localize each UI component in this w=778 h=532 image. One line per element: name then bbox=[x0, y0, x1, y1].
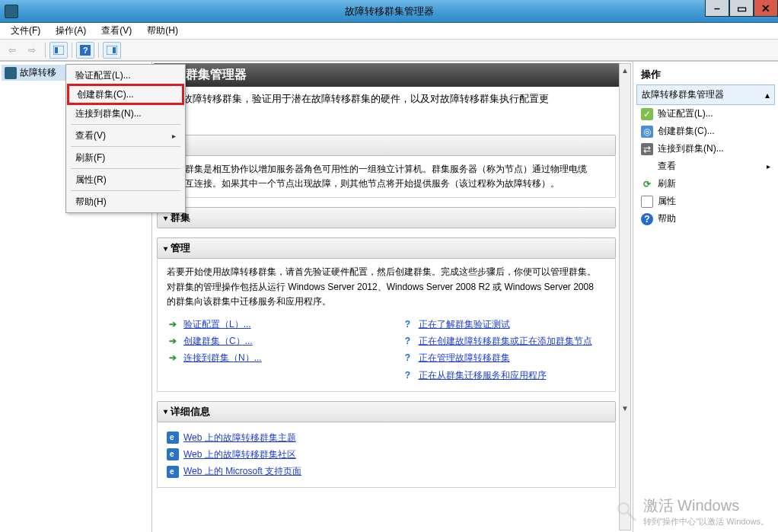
link-create-cluster[interactable]: 创建群集（C）... bbox=[183, 334, 253, 349]
svg-rect-4 bbox=[107, 46, 117, 55]
menu-help[interactable]: 帮助(H) bbox=[139, 23, 186, 39]
svg-rect-1 bbox=[55, 47, 58, 53]
svg-rect-0 bbox=[53, 46, 64, 55]
submenu-arrow-icon: ▸ bbox=[172, 132, 176, 140]
svg-rect-2 bbox=[80, 45, 91, 56]
blank-icon bbox=[641, 161, 653, 173]
details-header[interactable]: ▾ 详细信息 bbox=[157, 401, 616, 422]
ctx-create-cluster[interactable]: 创建群集(C)... bbox=[67, 84, 184, 105]
menu-view[interactable]: 查看(V) bbox=[94, 23, 139, 39]
collapse-arrow-icon: ▴ bbox=[765, 90, 770, 100]
manage-title: 管理 bbox=[171, 241, 190, 255]
cluster-icon: ◎ bbox=[641, 126, 653, 138]
clusters-title: 群集 bbox=[171, 211, 190, 225]
menu-bar: 文件(F) 操作(A) 查看(V) 帮助(H) bbox=[0, 23, 778, 40]
intro-line-1: 创建故障转移群集，验证用于潜在故障转移群集的硬件，以及对故障转移群集执行配置更 bbox=[163, 93, 549, 104]
ctx-validate-config[interactable]: 验证配置(L)... bbox=[68, 66, 183, 84]
cluster-manager-icon bbox=[5, 67, 17, 79]
svg-text:?: ? bbox=[83, 46, 88, 55]
ctx-view[interactable]: 查看(V)▸ bbox=[68, 126, 183, 145]
caret-down-icon: ▾ bbox=[164, 244, 167, 253]
link-learn-validate[interactable]: 正在了解群集验证测试 bbox=[419, 317, 510, 332]
refresh-icon: ⟳ bbox=[641, 178, 653, 190]
link-web-support[interactable]: Web 上的 Microsoft 支持页面 bbox=[183, 464, 301, 479]
link-learn-create[interactable]: 正在创建故障转移群集或正在添加群集节点 bbox=[419, 334, 592, 349]
manage-links-right: ?正在了解群集验证测试 ?正在创建故障转移群集或正在添加群集节点 ?正在管理故障… bbox=[402, 315, 607, 385]
help-icon: ? bbox=[402, 352, 414, 365]
manage-body: 若要开始使用故障转移群集，请首先验证硬件配置，然后创建群集。完成这些步骤后，你便… bbox=[157, 259, 616, 391]
overview-body: 转移群集是相互协作以增加服务器角色可用性的一组独立计算机。群集服务器（称为节点）… bbox=[157, 156, 616, 198]
arrow-right-icon: ➔ bbox=[167, 336, 179, 348]
actions-header: 操作 bbox=[636, 65, 775, 84]
action-create-cluster[interactable]: ◎创建群集(C)... bbox=[636, 123, 775, 140]
ctx-help[interactable]: 帮助(H) bbox=[68, 193, 183, 211]
toolbar-separator bbox=[98, 43, 99, 58]
title-bar: 故障转移群集管理器 – ▭ ✕ bbox=[0, 0, 778, 23]
link-validate-config[interactable]: 验证配置（L）... bbox=[183, 317, 251, 332]
check-icon: ✓ bbox=[641, 108, 653, 120]
action-properties[interactable]: 属性 bbox=[636, 193, 775, 210]
window-buttons: – ▭ ✕ bbox=[705, 0, 778, 17]
ctx-refresh[interactable]: 刷新(F) bbox=[68, 148, 183, 167]
menu-file[interactable]: 文件(F) bbox=[3, 23, 48, 39]
nav-tree: 故障转移 验证配置(L)... 创建群集(C)... 连接到群集(N)... 查… bbox=[0, 62, 152, 532]
help-icon: ? bbox=[402, 336, 414, 348]
action-connect-cluster[interactable]: ⇄连接到群集(N)... bbox=[636, 140, 775, 158]
menu-action[interactable]: 操作(A) bbox=[48, 23, 94, 39]
context-menu: 验证配置(L)... 创建群集(C)... 连接到群集(N)... 查看(V)▸… bbox=[65, 64, 186, 213]
svg-rect-5 bbox=[113, 47, 116, 53]
manage-header[interactable]: ▾ 管理 bbox=[157, 237, 616, 259]
close-button[interactable]: ✕ bbox=[754, 0, 778, 17]
link-web-topics[interactable]: Web 上的故障转移群集主题 bbox=[183, 431, 296, 445]
overview-header[interactable]: ▾ 述 bbox=[157, 135, 616, 156]
minimize-button[interactable]: – bbox=[705, 0, 729, 17]
action-validate-config[interactable]: ✓验证配置(L)... bbox=[636, 105, 775, 123]
maximize-button[interactable]: ▭ bbox=[729, 0, 754, 17]
web-icon bbox=[167, 448, 179, 460]
action-view[interactable]: 查看▸ bbox=[636, 158, 775, 175]
help-toolbar-button[interactable]: ? bbox=[76, 42, 94, 59]
app-icon bbox=[5, 5, 18, 18]
caret-down-icon: ▾ bbox=[164, 407, 167, 416]
link-web-community[interactable]: Web 上的故障转移群集社区 bbox=[183, 448, 296, 462]
link-learn-migrate[interactable]: 正在从群集迁移服务和应用程序 bbox=[419, 368, 547, 383]
toolbar-separator bbox=[45, 43, 46, 58]
manage-intro: 若要开始使用故障转移群集，请首先验证硬件配置，然后创建群集。完成这些步骤后，你便… bbox=[167, 265, 606, 309]
ctx-connect-cluster[interactable]: 连接到群集(N)... bbox=[68, 104, 183, 123]
ctx-separator bbox=[71, 124, 180, 125]
action-help[interactable]: ?帮助 bbox=[636, 210, 775, 228]
properties-icon bbox=[641, 196, 653, 208]
ctx-separator bbox=[71, 190, 180, 191]
web-icon bbox=[167, 432, 179, 444]
link-learn-manage[interactable]: 正在管理故障转移群集 bbox=[419, 351, 510, 365]
actions-group-title[interactable]: 故障转移群集管理器 ▴ bbox=[636, 84, 775, 105]
nav-root-label: 故障转移 bbox=[20, 66, 56, 79]
arrow-right-icon: ➔ bbox=[167, 352, 179, 365]
actions-pane: 操作 故障转移群集管理器 ▴ ✓验证配置(L)... ◎创建群集(C)... ⇄… bbox=[633, 62, 778, 532]
submenu-arrow-icon: ▸ bbox=[767, 162, 770, 170]
scrollbar[interactable]: ▲ ▼ bbox=[619, 63, 631, 530]
help-icon: ? bbox=[641, 213, 653, 225]
ctx-properties[interactable]: 属性(R) bbox=[68, 170, 183, 189]
show-actions-button[interactable] bbox=[103, 42, 121, 59]
details-body: Web 上的故障转移群集主题 Web 上的故障转移群集社区 Web 上的 Mic… bbox=[157, 422, 616, 489]
help-icon: ? bbox=[402, 369, 414, 381]
scroll-up-icon[interactable]: ▲ bbox=[621, 64, 629, 76]
tool-bar: ⇦ ⇨ ? bbox=[0, 40, 778, 61]
toolbar-separator bbox=[72, 43, 72, 58]
main-area: 故障转移 验证配置(L)... 创建群集(C)... 连接到群集(N)... 查… bbox=[0, 61, 778, 532]
clusters-header[interactable]: ▾ 群集 bbox=[157, 207, 616, 228]
back-button[interactable]: ⇦ bbox=[3, 42, 21, 59]
help-icon: ? bbox=[402, 319, 414, 331]
action-refresh[interactable]: ⟳刷新 bbox=[636, 175, 775, 193]
center-pane: 转移群集管理器 创建故障转移群集，验证用于潜在故障转移群集的硬件，以及对故障转移… bbox=[152, 62, 633, 532]
details-title: 详细信息 bbox=[171, 405, 210, 419]
caret-down-icon: ▾ bbox=[164, 214, 167, 222]
show-hide-tree-button[interactable] bbox=[49, 42, 68, 59]
page-title: 转移群集管理器 bbox=[154, 63, 619, 87]
scroll-down-icon[interactable]: ▼ bbox=[621, 402, 629, 414]
forward-button[interactable]: ⇨ bbox=[23, 42, 41, 59]
link-connect-cluster[interactable]: 连接到群集（N）... bbox=[183, 351, 262, 365]
web-icon bbox=[167, 466, 179, 478]
window-title: 故障转移群集管理器 bbox=[0, 5, 778, 18]
